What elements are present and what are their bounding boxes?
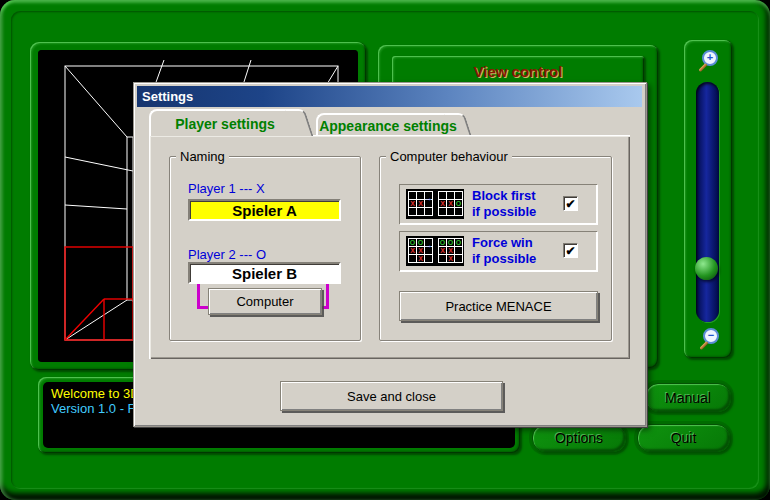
grid-cell: X (447, 200, 454, 207)
zoom-slider-panel: + − (684, 40, 732, 358)
player2-name-input[interactable] (188, 262, 341, 284)
naming-group-legend: Naming (176, 149, 229, 164)
options-button-label: Options (555, 430, 603, 446)
zoom-in-icon[interactable]: + (698, 50, 718, 70)
view-control-label: View control (474, 63, 563, 80)
zoom-slider-knob[interactable] (695, 257, 718, 280)
arrow-icon: → (423, 193, 433, 203)
block-first-line2: if possible (472, 204, 536, 220)
grid-cell (455, 192, 462, 199)
grid-cell (409, 255, 416, 262)
grid-cell: O (447, 239, 454, 246)
computer-behaviour-group: Computer behaviour XX XXO → Block first … (379, 156, 612, 341)
zoom-out-icon[interactable]: − (699, 328, 719, 348)
grid-cell (425, 208, 432, 215)
grid-cell (425, 255, 432, 262)
settings-dialog: Settings Player settings Appearance sett… (133, 82, 647, 427)
block-first-checkbox[interactable]: ✔ (563, 196, 578, 211)
save-and-close-button[interactable]: Save and close (280, 381, 503, 411)
grid-cell (439, 255, 446, 262)
tab-appearance-settings-label: Appearance settings (319, 118, 457, 134)
practice-menace-button[interactable]: Practice MENACE (399, 291, 598, 321)
force-win-line2: if possible (472, 251, 536, 267)
block-first-row: XX XXO → Block first if possible ✔ (399, 184, 597, 224)
computer-button-label: Computer (236, 294, 293, 309)
block-first-label: Block first if possible (472, 188, 536, 220)
save-and-close-label: Save and close (347, 389, 436, 404)
grid-cell (439, 192, 446, 199)
computer-button[interactable]: Computer (208, 288, 322, 315)
app-screen: View control + − Welcome to 3D Version 1… (0, 0, 770, 500)
player1-name-input[interactable] (188, 199, 341, 221)
tab-appearance-settings[interactable]: Appearance settings (316, 113, 458, 136)
player1-label: Player 1 --- X (188, 181, 265, 196)
tab-player-settings-label: Player settings (175, 116, 275, 132)
grid-cell: O (455, 200, 462, 207)
grid-cell (455, 255, 462, 262)
block-first-line1: Block first (472, 188, 536, 204)
grid-cell (447, 192, 454, 199)
grid-cell: O (455, 239, 462, 246)
grid-cell (455, 208, 462, 215)
grid-cell (417, 208, 424, 215)
grid-cell: X (417, 255, 424, 262)
arrow-icon: → (423, 240, 433, 250)
block-first-demo-icon: XX XXO (406, 189, 464, 219)
grid-after-icon: XXO (438, 191, 463, 216)
player2-label: Player 2 --- O (188, 247, 266, 262)
grid-cell: O (439, 239, 446, 246)
quit-button-label: Quit (671, 430, 697, 446)
manual-button[interactable]: Manual (645, 383, 731, 412)
force-win-label: Force win if possible (472, 235, 536, 267)
behaviour-group-legend: Computer behaviour (386, 149, 512, 164)
tab-player-settings[interactable]: Player settings (149, 109, 299, 136)
force-win-row: OOXXX OOOXXX → Force win if possible ✔ (399, 231, 597, 271)
grid-cell (455, 247, 462, 254)
grid-cell (439, 208, 446, 215)
magnifier-handle (698, 63, 707, 72)
grid-cell: X (439, 247, 446, 254)
options-button[interactable]: Options (532, 424, 626, 452)
dialog-title-bar[interactable]: Settings (137, 86, 642, 107)
naming-group: Naming Player 1 --- X Player 2 --- O Com… (169, 156, 361, 341)
manual-button-label: Manual (665, 390, 711, 406)
grid-cell: X (439, 200, 446, 207)
grid-cell (409, 208, 416, 215)
grid-cell (409, 192, 416, 199)
zoom-slider-track[interactable] (696, 82, 719, 322)
grid-cell: X (409, 200, 416, 207)
grid-after-icon: OOOXXX (438, 238, 463, 263)
grid-cell: X (447, 247, 454, 254)
grid-cell: X (447, 255, 454, 262)
magnifier-handle (699, 341, 708, 350)
grid-cell (447, 208, 454, 215)
force-win-checkbox[interactable]: ✔ (563, 243, 578, 258)
dialog-title: Settings (142, 89, 193, 104)
grid-cell: X (409, 247, 416, 254)
force-win-line1: Force win (472, 235, 536, 251)
force-win-demo-icon: OOXXX OOOXXX (406, 236, 464, 266)
quit-button[interactable]: Quit (637, 424, 730, 452)
practice-menace-label: Practice MENACE (445, 299, 551, 314)
grid-cell: O (409, 239, 416, 246)
